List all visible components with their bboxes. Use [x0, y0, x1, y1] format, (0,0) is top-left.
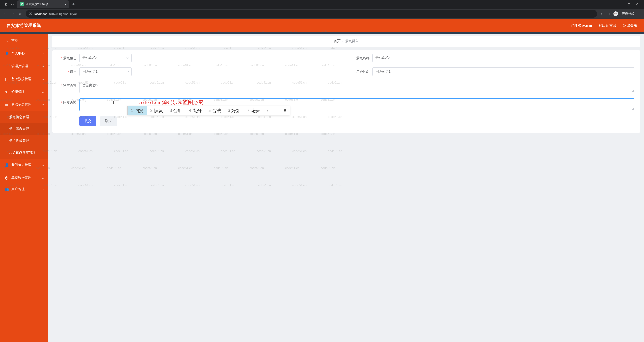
url-port: :8081 — [46, 12, 54, 16]
database-icon: ▤ — [5, 77, 8, 81]
forward-icon[interactable]: → — [10, 11, 15, 16]
sidebar-item-label: 景点收藏管理 — [9, 139, 29, 143]
incognito-icon: 👓 — [613, 11, 618, 16]
ime-candidate[interactable]: 7花费 — [244, 106, 263, 115]
sidebar-item-profile[interactable]: 👤 个人中心 — [0, 47, 48, 60]
input-user-name[interactable]: 用户姓名1 — [372, 67, 634, 76]
menu-icon[interactable]: ⋮ — [638, 12, 641, 16]
label-user: 用户 — [70, 70, 76, 74]
ime-next-icon[interactable]: › — [272, 106, 280, 115]
window-controls: ⌄ — ▢ ✕ — [608, 2, 642, 6]
form-item-scenic-name: 景点名称 景点名称4 — [351, 54, 634, 62]
ime-candidate[interactable]: 3合肥 — [166, 106, 186, 115]
label-scenic-info: 景点信息 — [63, 56, 76, 60]
tasks-icon[interactable]: ▭ — [10, 2, 14, 6]
breadcrumb-home[interactable]: 首页 — [334, 39, 340, 43]
sidebar-item-singlepage[interactable]: ⏻ 单页数据管理 — [0, 171, 48, 184]
logout-link[interactable]: 退出登录 — [623, 23, 637, 28]
reload-icon[interactable]: ⟳ — [18, 11, 23, 16]
breadcrumb-sep: / — [342, 39, 344, 43]
ime-candidate[interactable]: 6好烦 — [224, 106, 244, 115]
sidebar-item-label: 首页 — [12, 38, 18, 43]
ime-candidate[interactable]: 2恢复 — [147, 106, 166, 115]
sidebar-item-label: 景点信息管理 — [12, 103, 31, 107]
form-item-user-name: 用户姓名 用户姓名1 — [351, 67, 634, 76]
sidebar-item-label: 用户管理 — [12, 187, 25, 191]
sidebar-item-label: 基础数据管理 — [12, 77, 31, 81]
select-scenic-info[interactable]: 景点名称4 — [79, 54, 132, 62]
input-scenic-name[interactable]: 景点名称4 — [372, 54, 634, 62]
browser-chrome: ◧ ▭ V 西安旅游管理系统 × + ⌄ — ▢ ✕ ← → ⟳ ⓘ local… — [0, 0, 644, 19]
sidebar-item-label: 单页数据管理 — [12, 176, 31, 180]
sidebar-item-label: 管理员管理 — [12, 64, 28, 68]
sidebar-item-scenic[interactable]: ▦ 景点信息管理 — [0, 98, 48, 111]
user-icon: 👤 — [5, 163, 8, 167]
tab-title: 西安旅游管理系统 — [26, 2, 63, 6]
url-path: /#/jingdianLiuyan — [54, 12, 78, 16]
ime-candidate[interactable]: 4划分 — [186, 106, 205, 115]
textarea-value: 留言内容6 — [82, 83, 98, 87]
users-icon: 👥 — [5, 187, 8, 191]
input-value: 景点名称4 — [376, 56, 391, 60]
label-reply: 回复内容 — [63, 101, 76, 104]
close-window-icon[interactable]: ✕ — [636, 2, 638, 6]
vue-favicon: V — [20, 2, 24, 6]
browser-tab[interactable]: V 西安旅游管理系统 × — [17, 0, 70, 8]
sidebar-subitem-scenic-info[interactable]: 景点信息管理 — [0, 111, 48, 123]
resize-handle[interactable] — [632, 90, 634, 92]
extensions-icon[interactable]: ◫ — [607, 12, 610, 16]
address-bar: ← → ⟳ ⓘ localhost:8081/#/jingdianLiuyan … — [0, 8, 644, 19]
app-title: 西安旅游管理系统 — [7, 22, 570, 28]
new-tab-button[interactable]: + — [70, 2, 77, 7]
ime-candidate[interactable]: 1回复 — [128, 106, 147, 115]
exit-to-front-link[interactable]: 退出到前台 — [598, 23, 616, 28]
ime-composition-text: h' f — [82, 101, 90, 104]
form-buttons: 提交 取消 — [58, 116, 634, 126]
insecure-icon: ⓘ — [29, 12, 32, 16]
submit-button[interactable]: 提交 — [79, 116, 96, 126]
sidebar-item-label: 景点信息管理 — [9, 115, 29, 119]
close-tab-icon[interactable]: × — [65, 2, 66, 6]
select-value: 用户姓名1 — [82, 70, 98, 74]
url-field[interactable]: ⓘ localhost:8081/#/jingdianLiuyan — [26, 10, 597, 17]
header-user-label[interactable]: 管理员 admin — [570, 23, 592, 28]
sidebar-subitem-scenic-message[interactable]: 景点留言管理 — [0, 123, 48, 135]
url-host: localhost — [34, 12, 46, 16]
chevron-down-icon[interactable]: ⌄ — [612, 2, 615, 6]
maximize-icon[interactable]: ▢ — [628, 2, 631, 6]
textarea-message[interactable]: 留言内容6 — [79, 81, 634, 93]
sidebar-subitem-scenic-fav[interactable]: 景点收藏管理 — [0, 135, 48, 147]
send-icon: ✈ — [5, 90, 8, 94]
sidebar-submenu-scenic: 景点信息管理 景点留言管理 景点收藏管理 旅游景点预定管理 — [0, 111, 48, 159]
breadcrumb-current: 景点留言 — [345, 39, 358, 43]
sidebar-item-forum[interactable]: ✈ 论坛管理 — [0, 85, 48, 98]
minimize-icon[interactable]: — — [620, 2, 623, 6]
app-header: 西安旅游管理系统 管理员 admin 退出到前台 退出登录 — [0, 19, 644, 32]
text-cursor-icon: I — [113, 100, 114, 105]
sidebar-item-home[interactable]: ⌂ 首页 — [0, 34, 48, 47]
header-divider — [0, 32, 644, 34]
ime-prev-icon[interactable]: ‹ — [263, 106, 272, 115]
resize-handle[interactable] — [632, 108, 634, 110]
cancel-button[interactable]: 取消 — [100, 116, 117, 126]
main-content: 首页 / 景点留言 *景点信息 景点名称4 景点名称 — [48, 34, 644, 342]
select-user[interactable]: 用户姓名1 — [79, 67, 132, 76]
sidebar-item-label: 个人中心 — [12, 51, 25, 55]
sidebar-item-usermgmt[interactable]: 👥 用户管理 — [0, 184, 48, 194]
sidebar-subitem-scenic-booking[interactable]: 旅游景点预定管理 — [0, 147, 48, 159]
sidebar-item-label: 论坛管理 — [12, 90, 25, 94]
sidebar-item-news[interactable]: 👤 新闻信息管理 — [0, 159, 48, 171]
incognito-label: 无痕模式 — [622, 12, 634, 16]
sidebar-item-basedata[interactable]: ▤ 基础数据管理 — [0, 73, 48, 85]
label-user-name: 用户姓名 — [356, 70, 370, 74]
ime-emoji-icon[interactable]: ☺ — [280, 106, 290, 115]
form-item-scenic-info: *景点信息 景点名称4 — [58, 54, 342, 62]
sidebar-item-label: 旅游景点预定管理 — [9, 151, 36, 155]
sidebar-item-admin[interactable]: ☰ 管理员管理 — [0, 60, 48, 73]
recent-icon[interactable]: ◧ — [4, 2, 8, 6]
star-icon[interactable]: ☆ — [600, 12, 603, 16]
back-icon[interactable]: ← — [3, 11, 8, 16]
ime-candidate[interactable]: 5合法 — [205, 106, 224, 115]
label-scenic-name: 景点名称 — [356, 56, 370, 60]
form-item-user: *用户 用户姓名1 — [58, 67, 342, 76]
